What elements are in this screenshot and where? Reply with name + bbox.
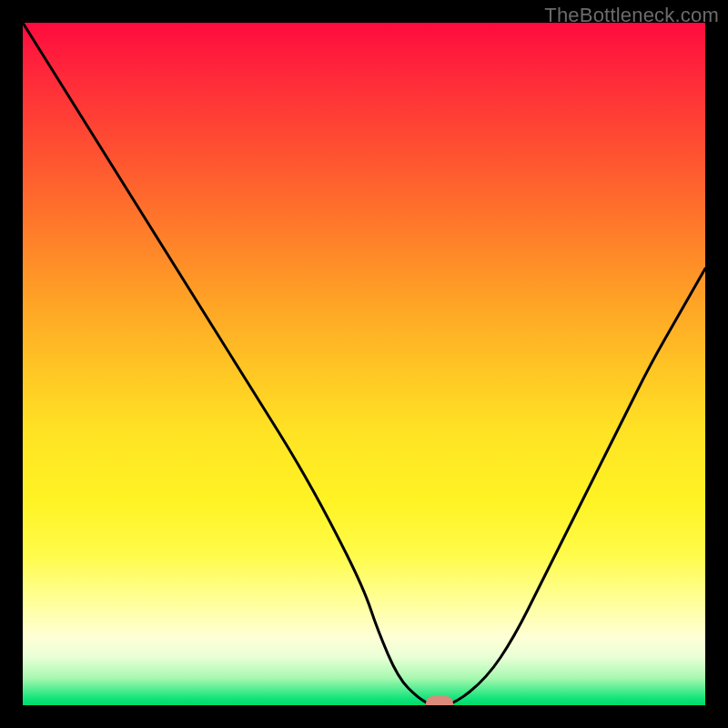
optimal-point-marker <box>426 696 453 705</box>
chart-frame: TheBottleneck.com <box>0 0 728 728</box>
bottleneck-curve-path <box>23 23 705 705</box>
watermark-text: TheBottleneck.com <box>544 4 719 27</box>
plot-area <box>23 23 705 705</box>
bottleneck-curve <box>23 23 705 705</box>
